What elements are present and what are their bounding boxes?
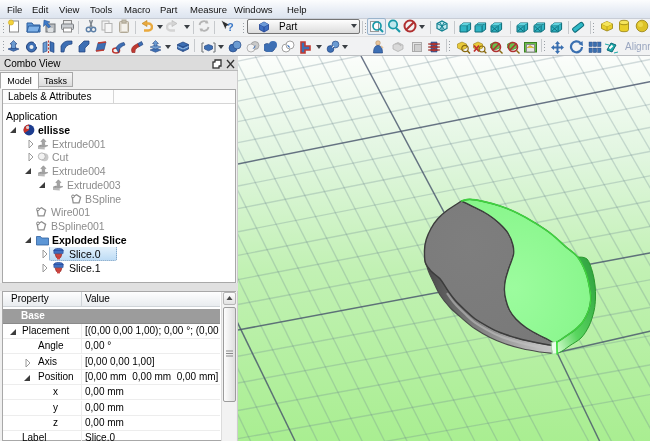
svg-text:?: ? bbox=[227, 21, 234, 33]
